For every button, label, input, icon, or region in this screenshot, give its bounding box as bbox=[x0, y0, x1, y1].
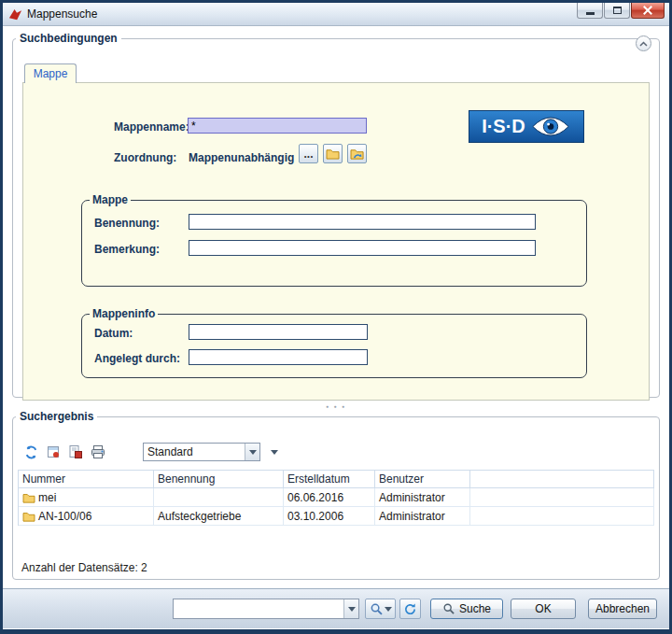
column-header-benennung[interactable]: Benennung bbox=[154, 471, 284, 488]
chevron-down-icon bbox=[271, 450, 278, 455]
search-options-button[interactable] bbox=[365, 599, 396, 619]
cell-benutzer: Administrator bbox=[379, 510, 445, 523]
cell-erstelldatum: 06.06.2016 bbox=[287, 491, 343, 504]
column-header-nummer[interactable]: Nummer bbox=[19, 471, 154, 488]
app-icon bbox=[7, 7, 22, 21]
mappenname-label: Mappenname: bbox=[114, 120, 189, 134]
isd-eye-icon bbox=[530, 114, 571, 139]
view-options-dropdown[interactable] bbox=[267, 443, 282, 461]
mappeninfo-group-label: Mappeninfo bbox=[90, 307, 158, 320]
datum-input[interactable] bbox=[189, 324, 368, 340]
results-table-header: Nummer Benennung Erstelldatum Benutzer bbox=[19, 471, 654, 488]
mappeninfo-group: Mappeninfo Datum: Angelegt durch: bbox=[81, 307, 587, 378]
chevron-up-icon bbox=[639, 41, 648, 47]
browse-assignment-button[interactable] bbox=[299, 144, 318, 163]
column-header-empty[interactable] bbox=[470, 471, 654, 488]
chevron-down-icon bbox=[385, 607, 392, 612]
isd-logo: I·S·D bbox=[469, 110, 584, 143]
cell-nummer: AN-100/06 bbox=[38, 510, 91, 523]
refresh-icon bbox=[23, 444, 39, 460]
tab-mappe[interactable]: Mappe bbox=[24, 63, 77, 83]
save-report-button[interactable] bbox=[66, 443, 85, 461]
isd-logo-text: I·S·D bbox=[482, 116, 525, 137]
quick-search-input[interactable] bbox=[174, 599, 343, 618]
close-button[interactable] bbox=[631, 3, 665, 19]
magnifier-icon bbox=[442, 602, 455, 615]
footer-bar: Suche OK Abbrechen bbox=[3, 588, 669, 628]
print-icon bbox=[91, 444, 105, 459]
window-title: Mappensuche bbox=[27, 7, 577, 21]
recent-folder-button[interactable] bbox=[347, 144, 367, 163]
refresh-results-button[interactable] bbox=[21, 443, 40, 461]
maximize-icon bbox=[613, 7, 622, 14]
cell-erstelldatum: 03.10.2006 bbox=[287, 510, 343, 523]
zuordnung-label: Zuordnung: bbox=[114, 151, 176, 164]
title-bar[interactable]: Mappensuche bbox=[3, 3, 669, 26]
chevron-down-icon bbox=[348, 607, 356, 612]
select-folder-button[interactable] bbox=[323, 144, 343, 163]
mappe-group-label: Mappe bbox=[90, 193, 131, 206]
tab-mappe-label: Mappe bbox=[34, 67, 68, 80]
folder-icon bbox=[22, 511, 35, 522]
cell-benennung: Aufsteckgetriebe bbox=[158, 510, 241, 523]
benennung-label: Benennung: bbox=[94, 217, 160, 230]
results-toolbar: Standard bbox=[21, 442, 282, 462]
cell-benutzer: Administrator bbox=[379, 491, 445, 504]
table-row[interactable]: AN-100/06 Aufsteckgetriebe 03.10.2006 Ad… bbox=[19, 507, 654, 526]
angelegt-durch-label: Angelegt durch: bbox=[94, 352, 180, 365]
export-result-button[interactable] bbox=[44, 443, 63, 461]
report-icon bbox=[68, 444, 83, 459]
folder-icon bbox=[22, 492, 35, 503]
ok-button-label: OK bbox=[535, 602, 551, 615]
maximize-button[interactable] bbox=[604, 3, 630, 19]
bemerkung-label: Bemerkung: bbox=[94, 243, 160, 256]
results-table: Nummer Benennung Erstelldatum Benutzer m… bbox=[18, 470, 654, 526]
search-button[interactable]: Suche bbox=[430, 599, 503, 619]
minimize-icon bbox=[586, 12, 595, 15]
chevron-down-icon bbox=[249, 450, 257, 455]
ok-button[interactable]: OK bbox=[511, 599, 576, 619]
cancel-button-label: Abbrechen bbox=[595, 602, 650, 615]
search-form-panel: Mappenname: I·S·D Zuordnung: Mappenunabh… bbox=[22, 82, 650, 401]
quick-search-combo[interactable] bbox=[173, 599, 359, 619]
view-combo-value: Standard bbox=[144, 444, 245, 460]
refresh-icon bbox=[403, 602, 417, 616]
ellipsis-icon bbox=[303, 148, 313, 161]
cell-nummer: mei bbox=[38, 491, 56, 504]
folder-sync-icon bbox=[350, 148, 365, 161]
minimize-button[interactable] bbox=[577, 3, 603, 19]
mappe-group: Mappe Benennung: Bemerkung: bbox=[81, 193, 587, 287]
table-row[interactable]: mei 06.06.2016 Administrator bbox=[19, 488, 654, 507]
view-combo-arrow[interactable] bbox=[245, 444, 259, 460]
collapse-button[interactable] bbox=[636, 35, 651, 51]
search-conditions-group: Suchbedingungen Mappe Mappenname: I·S·D bbox=[12, 32, 660, 398]
search-results-label: Suchergebnis bbox=[16, 410, 97, 423]
magnifier-icon bbox=[370, 602, 384, 616]
quick-search-combo-arrow[interactable] bbox=[343, 599, 358, 618]
benennung-input[interactable] bbox=[189, 214, 536, 230]
bemerkung-input[interactable] bbox=[189, 240, 536, 256]
search-results-group: Suchergebnis bbox=[12, 410, 660, 580]
cancel-button[interactable]: Abbrechen bbox=[588, 599, 657, 619]
dialog-window: Mappensuche Suchbedingungen Mappe Mappen… bbox=[0, 0, 672, 634]
export-icon bbox=[46, 444, 61, 459]
mappenname-input[interactable] bbox=[188, 118, 367, 134]
close-icon bbox=[643, 6, 652, 15]
zuordnung-value: Mappenunabhängig bbox=[189, 151, 294, 164]
search-button-label: Suche bbox=[459, 602, 491, 615]
column-header-benutzer[interactable]: Benutzer bbox=[375, 471, 470, 488]
folder-icon bbox=[326, 148, 340, 160]
datum-label: Datum: bbox=[94, 327, 133, 340]
refresh-button[interactable] bbox=[399, 599, 421, 619]
print-button[interactable] bbox=[89, 443, 107, 461]
angelegt-durch-input[interactable] bbox=[189, 349, 368, 365]
record-count-status: Anzahl der Datensätze: 2 bbox=[21, 561, 147, 574]
dialog-content: Suchbedingungen Mappe Mappenname: I·S·D bbox=[3, 26, 669, 588]
column-header-erstelldatum[interactable]: Erstelldatum bbox=[284, 471, 375, 488]
view-combo[interactable]: Standard bbox=[143, 443, 260, 461]
search-conditions-label: Suchbedingungen bbox=[16, 32, 121, 45]
